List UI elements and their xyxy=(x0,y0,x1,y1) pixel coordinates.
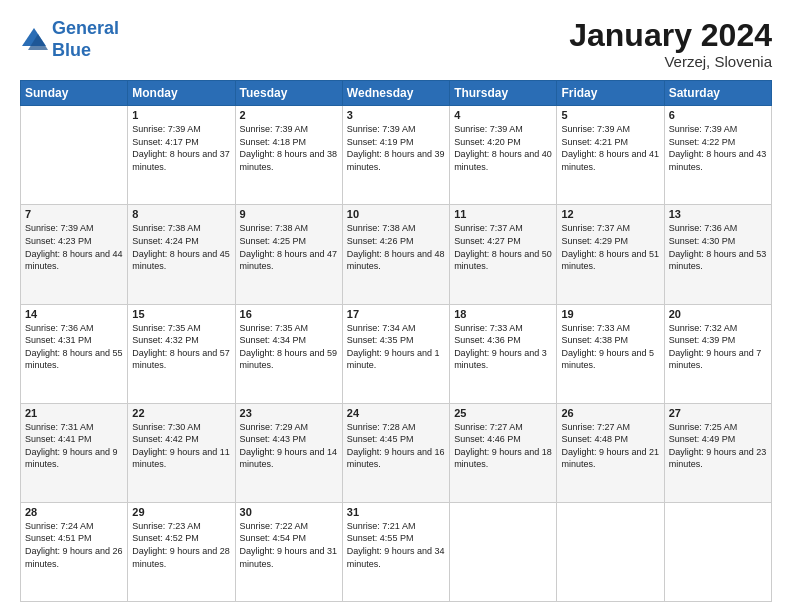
table-cell: 24Sunrise: 7:28 AMSunset: 4:45 PMDayligh… xyxy=(342,403,449,502)
cell-details: Sunrise: 7:37 AMSunset: 4:29 PMDaylight:… xyxy=(561,223,659,271)
table-cell: 8Sunrise: 7:38 AMSunset: 4:24 PMDaylight… xyxy=(128,205,235,304)
cell-details: Sunrise: 7:39 AMSunset: 4:21 PMDaylight:… xyxy=(561,124,659,172)
day-number: 8 xyxy=(132,208,230,220)
table-cell: 29Sunrise: 7:23 AMSunset: 4:52 PMDayligh… xyxy=(128,502,235,601)
day-number: 4 xyxy=(454,109,552,121)
day-number: 12 xyxy=(561,208,659,220)
day-number: 5 xyxy=(561,109,659,121)
cell-details: Sunrise: 7:27 AMSunset: 4:48 PMDaylight:… xyxy=(561,422,659,470)
cell-details: Sunrise: 7:34 AMSunset: 4:35 PMDaylight:… xyxy=(347,323,440,371)
cell-details: Sunrise: 7:27 AMSunset: 4:46 PMDaylight:… xyxy=(454,422,552,470)
cell-details: Sunrise: 7:39 AMSunset: 4:17 PMDaylight:… xyxy=(132,124,230,172)
page: General Blue January 2024 Verzej, Sloven… xyxy=(0,0,792,612)
cell-details: Sunrise: 7:22 AMSunset: 4:54 PMDaylight:… xyxy=(240,521,338,569)
location: Verzej, Slovenia xyxy=(569,53,772,70)
day-number: 11 xyxy=(454,208,552,220)
cell-details: Sunrise: 7:33 AMSunset: 4:36 PMDaylight:… xyxy=(454,323,547,371)
logo-icon xyxy=(20,26,48,54)
calendar-header-row: Sunday Monday Tuesday Wednesday Thursday… xyxy=(21,81,772,106)
day-number: 28 xyxy=(25,506,123,518)
cell-details: Sunrise: 7:39 AMSunset: 4:19 PMDaylight:… xyxy=(347,124,445,172)
table-cell xyxy=(21,106,128,205)
table-cell xyxy=(557,502,664,601)
cell-details: Sunrise: 7:38 AMSunset: 4:25 PMDaylight:… xyxy=(240,223,338,271)
table-cell: 22Sunrise: 7:30 AMSunset: 4:42 PMDayligh… xyxy=(128,403,235,502)
table-cell: 5Sunrise: 7:39 AMSunset: 4:21 PMDaylight… xyxy=(557,106,664,205)
day-number: 7 xyxy=(25,208,123,220)
cell-details: Sunrise: 7:29 AMSunset: 4:43 PMDaylight:… xyxy=(240,422,338,470)
col-friday: Friday xyxy=(557,81,664,106)
table-cell: 20Sunrise: 7:32 AMSunset: 4:39 PMDayligh… xyxy=(664,304,771,403)
cell-details: Sunrise: 7:21 AMSunset: 4:55 PMDaylight:… xyxy=(347,521,445,569)
table-cell: 4Sunrise: 7:39 AMSunset: 4:20 PMDaylight… xyxy=(450,106,557,205)
cell-details: Sunrise: 7:32 AMSunset: 4:39 PMDaylight:… xyxy=(669,323,762,371)
cell-details: Sunrise: 7:28 AMSunset: 4:45 PMDaylight:… xyxy=(347,422,445,470)
logo-text: General Blue xyxy=(52,18,119,61)
cell-details: Sunrise: 7:35 AMSunset: 4:32 PMDaylight:… xyxy=(132,323,230,371)
day-number: 15 xyxy=(132,308,230,320)
col-sunday: Sunday xyxy=(21,81,128,106)
day-number: 30 xyxy=(240,506,338,518)
cell-details: Sunrise: 7:24 AMSunset: 4:51 PMDaylight:… xyxy=(25,521,123,569)
day-number: 21 xyxy=(25,407,123,419)
table-cell: 19Sunrise: 7:33 AMSunset: 4:38 PMDayligh… xyxy=(557,304,664,403)
day-number: 24 xyxy=(347,407,445,419)
table-cell: 10Sunrise: 7:38 AMSunset: 4:26 PMDayligh… xyxy=(342,205,449,304)
day-number: 6 xyxy=(669,109,767,121)
day-number: 29 xyxy=(132,506,230,518)
table-cell: 12Sunrise: 7:37 AMSunset: 4:29 PMDayligh… xyxy=(557,205,664,304)
cell-details: Sunrise: 7:39 AMSunset: 4:18 PMDaylight:… xyxy=(240,124,338,172)
cell-details: Sunrise: 7:39 AMSunset: 4:20 PMDaylight:… xyxy=(454,124,552,172)
logo-general: General xyxy=(52,18,119,38)
cell-details: Sunrise: 7:38 AMSunset: 4:24 PMDaylight:… xyxy=(132,223,230,271)
table-cell: 18Sunrise: 7:33 AMSunset: 4:36 PMDayligh… xyxy=(450,304,557,403)
day-number: 13 xyxy=(669,208,767,220)
table-cell: 23Sunrise: 7:29 AMSunset: 4:43 PMDayligh… xyxy=(235,403,342,502)
day-number: 1 xyxy=(132,109,230,121)
cell-details: Sunrise: 7:31 AMSunset: 4:41 PMDaylight:… xyxy=(25,422,118,470)
day-number: 26 xyxy=(561,407,659,419)
table-cell: 16Sunrise: 7:35 AMSunset: 4:34 PMDayligh… xyxy=(235,304,342,403)
day-number: 22 xyxy=(132,407,230,419)
week-row-3: 14Sunrise: 7:36 AMSunset: 4:31 PMDayligh… xyxy=(21,304,772,403)
day-number: 23 xyxy=(240,407,338,419)
table-cell: 21Sunrise: 7:31 AMSunset: 4:41 PMDayligh… xyxy=(21,403,128,502)
cell-details: Sunrise: 7:39 AMSunset: 4:22 PMDaylight:… xyxy=(669,124,767,172)
week-row-1: 1Sunrise: 7:39 AMSunset: 4:17 PMDaylight… xyxy=(21,106,772,205)
day-number: 20 xyxy=(669,308,767,320)
cell-details: Sunrise: 7:37 AMSunset: 4:27 PMDaylight:… xyxy=(454,223,552,271)
calendar-table: Sunday Monday Tuesday Wednesday Thursday… xyxy=(20,80,772,602)
table-cell: 13Sunrise: 7:36 AMSunset: 4:30 PMDayligh… xyxy=(664,205,771,304)
cell-details: Sunrise: 7:36 AMSunset: 4:30 PMDaylight:… xyxy=(669,223,767,271)
logo: General Blue xyxy=(20,18,119,61)
table-cell: 2Sunrise: 7:39 AMSunset: 4:18 PMDaylight… xyxy=(235,106,342,205)
cell-details: Sunrise: 7:25 AMSunset: 4:49 PMDaylight:… xyxy=(669,422,767,470)
day-number: 3 xyxy=(347,109,445,121)
table-cell: 1Sunrise: 7:39 AMSunset: 4:17 PMDaylight… xyxy=(128,106,235,205)
table-cell: 27Sunrise: 7:25 AMSunset: 4:49 PMDayligh… xyxy=(664,403,771,502)
week-row-4: 21Sunrise: 7:31 AMSunset: 4:41 PMDayligh… xyxy=(21,403,772,502)
week-row-2: 7Sunrise: 7:39 AMSunset: 4:23 PMDaylight… xyxy=(21,205,772,304)
week-row-5: 28Sunrise: 7:24 AMSunset: 4:51 PMDayligh… xyxy=(21,502,772,601)
table-cell: 26Sunrise: 7:27 AMSunset: 4:48 PMDayligh… xyxy=(557,403,664,502)
table-cell xyxy=(664,502,771,601)
cell-details: Sunrise: 7:39 AMSunset: 4:23 PMDaylight:… xyxy=(25,223,123,271)
day-number: 27 xyxy=(669,407,767,419)
day-number: 2 xyxy=(240,109,338,121)
table-cell: 30Sunrise: 7:22 AMSunset: 4:54 PMDayligh… xyxy=(235,502,342,601)
table-cell: 15Sunrise: 7:35 AMSunset: 4:32 PMDayligh… xyxy=(128,304,235,403)
day-number: 25 xyxy=(454,407,552,419)
table-cell: 6Sunrise: 7:39 AMSunset: 4:22 PMDaylight… xyxy=(664,106,771,205)
cell-details: Sunrise: 7:30 AMSunset: 4:42 PMDaylight:… xyxy=(132,422,230,470)
cell-details: Sunrise: 7:23 AMSunset: 4:52 PMDaylight:… xyxy=(132,521,230,569)
table-cell: 25Sunrise: 7:27 AMSunset: 4:46 PMDayligh… xyxy=(450,403,557,502)
logo-blue: Blue xyxy=(52,40,91,60)
col-tuesday: Tuesday xyxy=(235,81,342,106)
day-number: 17 xyxy=(347,308,445,320)
table-cell: 17Sunrise: 7:34 AMSunset: 4:35 PMDayligh… xyxy=(342,304,449,403)
table-cell: 14Sunrise: 7:36 AMSunset: 4:31 PMDayligh… xyxy=(21,304,128,403)
cell-details: Sunrise: 7:35 AMSunset: 4:34 PMDaylight:… xyxy=(240,323,338,371)
day-number: 16 xyxy=(240,308,338,320)
col-saturday: Saturday xyxy=(664,81,771,106)
day-number: 18 xyxy=(454,308,552,320)
